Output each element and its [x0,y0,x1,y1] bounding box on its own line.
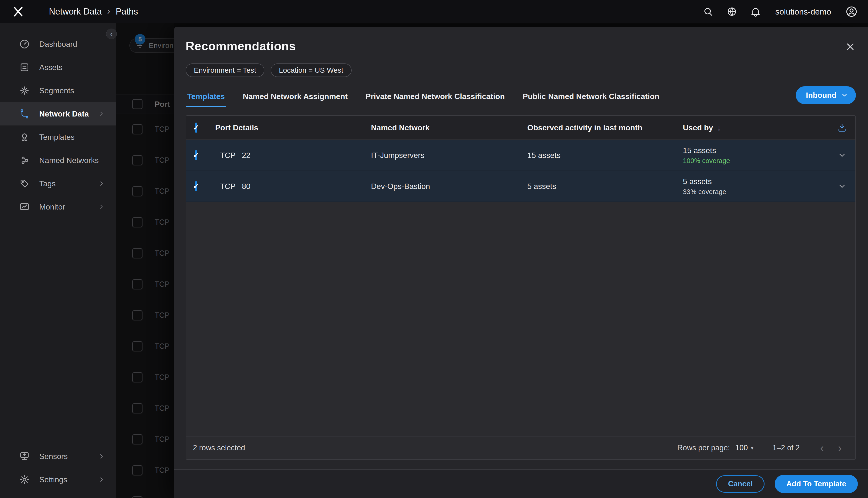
coverage-label: 33% coverage [683,188,829,196]
modal-action-bar: Cancel Add To Template [174,469,868,498]
column-header-used-by[interactable]: Used by ↓ [683,123,829,132]
sidebar-item-settings[interactable]: Settings [0,468,116,491]
sidebar-item-label: Sensors [39,452,68,461]
sidebar-item-label: Dashboard [39,40,77,49]
sidebar-item-network-data[interactable]: Network Data [0,102,116,126]
sidebar-bottom-nav: Sensors Settings [0,445,116,491]
download-icon[interactable] [837,122,847,133]
account-name[interactable]: solutions-demo [775,7,831,16]
network-data-flow-icon [19,108,30,119]
port-number: 22 [242,151,250,160]
monitor-chart-icon [19,201,30,212]
modal-header: Recommendations [174,27,868,53]
recommendations-modal: Recommendations Environment = Test Locat… [174,27,868,498]
rows-selected-text: 2 rows selected [193,444,245,452]
protocol-label: TCP [220,151,235,160]
sidebar-item-tags[interactable]: Tags [0,172,116,195]
globe-icon[interactable] [726,6,737,17]
segments-icon [19,85,30,96]
app-logo[interactable] [0,0,36,23]
sidebar-item-label: Settings [39,475,67,484]
sort-descending-icon: ↓ [717,123,721,132]
tab-public-named-network-classification[interactable]: Public Named Network Classification [521,92,661,107]
expand-chevron-down-icon[interactable] [838,182,847,191]
sidebar-item-templates[interactable]: Templates [0,126,116,149]
table-header-row: Port Details Named Network Observed acti… [186,116,855,140]
filter-chip-location[interactable]: Location = US West [271,64,351,77]
pagination-controls: Rows per page: 100 ▾ 1–2 of 2 ‹ › [677,443,845,453]
recommendation-row-tcp-80[interactable]: TCP 80 Dev-Ops-Bastion 5 assets 5 assets… [186,171,855,202]
sidebar-item-dashboard[interactable]: Dashboard [0,32,116,56]
add-to-template-button[interactable]: Add To Template [775,475,858,493]
templates-badge-icon [19,132,30,143]
breadcrumb-separator-icon: › [107,6,110,17]
sidebar-collapse-button[interactable]: ‹ [106,29,117,39]
search-icon[interactable] [702,6,714,17]
used-by-label: Used by [683,123,713,132]
port-details-cell: TCP 80 [215,182,371,191]
used-by-cell: 15 assets 100% coverage [683,146,829,165]
assets-list-icon [19,62,30,73]
close-icon[interactable] [845,41,856,52]
observed-activity-cell: 15 assets [527,151,683,160]
sidebar-item-label: Monitor [39,202,65,211]
sidebar-item-segments[interactable]: Segments [0,79,116,102]
expand-chevron-down-icon[interactable] [838,150,847,160]
sidebar-item-label: Tags [39,179,56,188]
previous-page-button[interactable]: ‹ [817,443,827,453]
named-network-cell: IT-Jumpservers [371,151,527,160]
rows-per-page-select[interactable]: 100 ▾ [735,444,754,452]
modal-title: Recommendations [186,39,296,53]
chevron-right-icon [98,180,105,187]
sidebar-item-assets[interactable]: Assets [0,56,116,79]
named-networks-icon [19,155,30,166]
sidebar-item-monitor[interactable]: Monitor [0,195,116,219]
port-details-cell: TCP 22 [215,151,371,160]
recommendation-row-tcp-22[interactable]: TCP 22 IT-Jumpservers 15 assets 15 asset… [186,140,855,171]
breadcrumb-network-data[interactable]: Network Data [49,6,102,17]
rows-per-page-label: Rows per page: [677,444,730,452]
coverage-label: 100% coverage [683,157,829,165]
chevron-right-icon [98,476,105,483]
tab-templates[interactable]: Templates [186,92,226,107]
used-by-cell: 5 assets 33% coverage [683,177,829,196]
protocol-label: TCP [220,182,235,191]
recommendations-table: Port Details Named Network Observed acti… [186,115,856,460]
next-page-button[interactable]: › [835,443,845,453]
tab-private-named-network-classification[interactable]: Private Named Network Classification [364,92,506,107]
direction-label: Inbound [806,91,837,100]
chevron-right-icon [98,453,105,460]
avatar-icon[interactable] [845,5,858,18]
table-footer: 2 rows selected Rows per page: 100 ▾ 1–2… [186,436,855,459]
dashboard-gauge-icon [19,39,30,50]
notifications-bell-icon[interactable] [750,6,761,17]
row-checkbox[interactable] [195,150,197,160]
tab-named-network-assignment[interactable]: Named Network Assignment [241,92,349,107]
sidebar-item-label: Assets [39,63,63,72]
topbar: Network Data › Paths solutions-demo [0,0,868,23]
breadcrumb: Network Data › Paths [49,6,138,17]
cancel-button[interactable]: Cancel [716,475,765,493]
topbar-actions: solutions-demo [702,5,868,18]
row-checkbox[interactable] [195,181,197,191]
chevron-right-icon [98,203,105,210]
sidebar-item-label: Network Data [39,109,89,118]
sidebar-nav: Dashboard Assets Segments Network Data T… [0,23,116,219]
filter-chip-environment[interactable]: Environment = Test [186,64,264,77]
column-header-named-network: Named Network [371,123,527,132]
select-all-checkbox[interactable] [195,122,197,133]
tag-icon [19,178,30,189]
sidebar-item-label: Segments [39,86,74,95]
port-number: 80 [242,182,250,191]
sidebar-item-label: Templates [39,133,75,142]
gear-icon [19,474,30,485]
sidebar: ‹ Dashboard Assets Segments Network Data… [0,23,116,498]
table-empty-area [186,202,855,436]
chevron-right-icon [98,110,105,117]
modal-tabs: Templates Named Network Assignment Priva… [186,92,856,107]
sidebar-item-sensors[interactable]: Sensors [0,445,116,468]
sidebar-item-named-networks[interactable]: Named Networks [0,149,116,172]
sidebar-item-label: Named Networks [39,156,99,165]
named-network-cell: Dev-Ops-Bastion [371,182,527,191]
direction-dropdown-button[interactable]: Inbound [796,86,856,104]
